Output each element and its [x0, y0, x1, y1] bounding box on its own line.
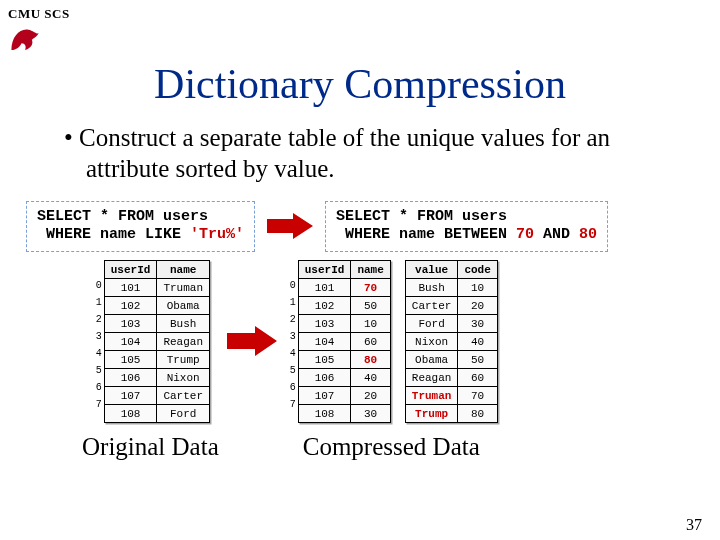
- header-label: CMU SCS: [8, 6, 70, 22]
- row-index: 4: [285, 345, 298, 362]
- table-row: 10310: [298, 315, 390, 333]
- right-main-table: userIdname101701025010310104601058010640…: [298, 260, 391, 423]
- table-cell: 104: [298, 333, 351, 351]
- table-cell: 103: [104, 315, 157, 333]
- table-cell: 107: [104, 387, 157, 405]
- slide-number: 37: [686, 516, 702, 534]
- table-row: Trump80: [405, 405, 497, 423]
- table-cell: Ford: [405, 315, 458, 333]
- table-cell: Bush: [405, 279, 458, 297]
- table-cell: Reagan: [157, 333, 210, 351]
- table-row: 10830: [298, 405, 390, 423]
- row-index: 1: [285, 294, 298, 311]
- row-index: 2: [285, 311, 298, 328]
- table-cell: 10: [458, 279, 497, 297]
- sql-right-lit1: 70: [516, 226, 534, 243]
- table-cell: Trump: [157, 351, 210, 369]
- row-index: 3: [91, 328, 104, 345]
- sql-right-line1: SELECT * FROM users: [336, 208, 507, 225]
- sql-box-left: SELECT * FROM users WHERE name LIKE 'Tru…: [26, 201, 255, 253]
- row-index: 3: [285, 328, 298, 345]
- table-cell: 101: [298, 279, 351, 297]
- table-cell: 107: [298, 387, 351, 405]
- table-cell: 70: [458, 387, 497, 405]
- table-row: Bush10: [405, 279, 497, 297]
- table-cell: Truman: [157, 279, 210, 297]
- arrow-right-icon: [225, 324, 279, 358]
- row-index: 7: [285, 396, 298, 413]
- table-cell: 40: [351, 369, 390, 387]
- table-cell: 102: [104, 297, 157, 315]
- table-row: 102Obama: [104, 297, 209, 315]
- table-row: 105Trump: [104, 351, 209, 369]
- svg-marker-1: [227, 326, 277, 356]
- sql-right-line2a: WHERE name BETWEEN: [336, 226, 516, 243]
- col-header: name: [157, 261, 210, 279]
- table-row: 103Bush: [104, 315, 209, 333]
- table-cell: 50: [351, 297, 390, 315]
- table-cell: 60: [351, 333, 390, 351]
- col-header: name: [351, 261, 390, 279]
- table-cell: 30: [351, 405, 390, 423]
- row-index: 2: [91, 311, 104, 328]
- table-cell: Obama: [405, 351, 458, 369]
- bullet-text: Construct a separate table of the unique…: [64, 122, 676, 185]
- logo-griffin-icon: [8, 24, 42, 54]
- sql-right-lit2: 80: [579, 226, 597, 243]
- table-cell: Carter: [157, 387, 210, 405]
- row-index: 4: [91, 345, 104, 362]
- table-cell: Bush: [157, 315, 210, 333]
- col-header: userId: [298, 261, 351, 279]
- sql-left-literal: 'Tru%': [190, 226, 244, 243]
- table-cell: Nixon: [405, 333, 458, 351]
- table-cell: 80: [458, 405, 497, 423]
- row-index: 0: [91, 277, 104, 294]
- table-cell: Carter: [405, 297, 458, 315]
- row-index: 5: [285, 362, 298, 379]
- table-row: Ford30: [405, 315, 497, 333]
- arrow-right-icon: [265, 211, 315, 241]
- table-cell: 105: [298, 351, 351, 369]
- table-cell: 70: [351, 279, 390, 297]
- table-cell: 102: [298, 297, 351, 315]
- table-cell: 106: [104, 369, 157, 387]
- table-row: 10250: [298, 297, 390, 315]
- col-header: userId: [104, 261, 157, 279]
- row-index: 6: [285, 379, 298, 396]
- sql-row: SELECT * FROM users WHERE name LIKE 'Tru…: [0, 201, 720, 253]
- table-row: 10720: [298, 387, 390, 405]
- row-index: 0: [285, 277, 298, 294]
- table-row: Reagan60: [405, 369, 497, 387]
- table-cell: Trump: [405, 405, 458, 423]
- table-cell: 80: [351, 351, 390, 369]
- table-cell: Ford: [157, 405, 210, 423]
- right-main-block: 01234567 userIdname101701025010310104601…: [285, 260, 391, 423]
- svg-marker-0: [267, 213, 313, 239]
- table-cell: 50: [458, 351, 497, 369]
- sql-right-and: AND: [534, 226, 579, 243]
- row-index: 6: [91, 379, 104, 396]
- table-row: 10460: [298, 333, 390, 351]
- left-table: userIdname101Truman102Obama103Bush104Rea…: [104, 260, 210, 423]
- table-cell: 104: [104, 333, 157, 351]
- row-index: 5: [91, 362, 104, 379]
- table-cell: 105: [104, 351, 157, 369]
- table-cell: 106: [298, 369, 351, 387]
- table-cell: Reagan: [405, 369, 458, 387]
- caption-left: Original Data: [82, 433, 219, 461]
- table-cell: 10: [351, 315, 390, 333]
- table-cell: 103: [298, 315, 351, 333]
- right-dict-table: valuecodeBush10Carter20Ford30Nixon40Obam…: [405, 260, 498, 423]
- table-cell: 108: [104, 405, 157, 423]
- table-row: 10640: [298, 369, 390, 387]
- table-cell: 20: [458, 297, 497, 315]
- table-cell: Truman: [405, 387, 458, 405]
- sql-left-line2a: WHERE name LIKE: [37, 226, 190, 243]
- table-row: 106Nixon: [104, 369, 209, 387]
- sql-left-line1: SELECT * FROM users: [37, 208, 208, 225]
- table-row: 10580: [298, 351, 390, 369]
- table-cell: 60: [458, 369, 497, 387]
- left-table-block: 01234567 userIdname101Truman102Obama103B…: [91, 260, 210, 423]
- table-row: 101Truman: [104, 279, 209, 297]
- table-row: Truman70: [405, 387, 497, 405]
